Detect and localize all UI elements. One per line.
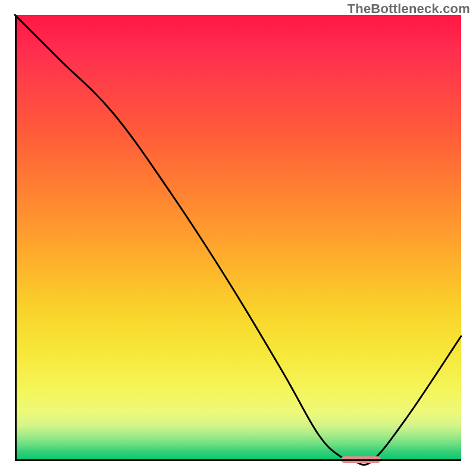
bottleneck-curve-svg: [15, 15, 461, 461]
optimal-range-marker: [341, 456, 381, 463]
bottleneck-curve-path: [15, 15, 461, 465]
chart-container: TheBottleneck.com: [0, 0, 476, 476]
plot-area: [15, 15, 461, 461]
